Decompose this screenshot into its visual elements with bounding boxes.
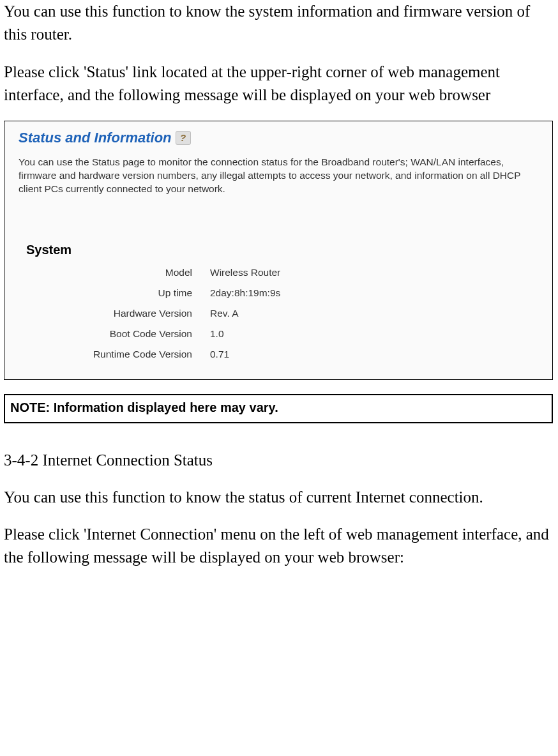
row-label: Model <box>19 266 210 280</box>
system-table: Model Wireless Router Up time 2day:8h:19… <box>19 266 541 368</box>
status-screenshot: Status and Information ? You can use the… <box>4 121 553 380</box>
row-value: Wireless Router <box>210 266 280 280</box>
row-value: Rev. A <box>210 306 239 321</box>
panel-title-text: Status and Information <box>19 128 172 148</box>
intro-paragraph-1: You can use this function to know the sy… <box>4 0 554 47</box>
row-value: 0.71 <box>210 347 229 361</box>
panel-title: Status and Information ? <box>19 128 541 148</box>
panel-description: You can use the Status page to monitor t… <box>19 156 541 196</box>
table-row: Hardware Version Rev. A <box>19 306 541 327</box>
row-value: 2day:8h:19m:9s <box>210 286 280 300</box>
table-row: Runtime Code Version 0.71 <box>19 347 541 368</box>
section-paragraph-1: You can use this function to know the st… <box>4 486 554 509</box>
section-heading: 3-4-2 Internet Connection Status <box>4 449 554 472</box>
row-label: Hardware Version <box>19 306 210 321</box>
table-row: Model Wireless Router <box>19 266 541 286</box>
row-value: 1.0 <box>210 327 224 341</box>
section-paragraph-2: Please click 'Internet Connection' menu … <box>4 523 554 570</box>
intro-paragraph-2: Please click 'Status' link located at th… <box>4 61 554 107</box>
row-label: Up time <box>19 286 210 300</box>
help-icon[interactable]: ? <box>176 131 191 145</box>
table-row: Boot Code Version 1.0 <box>19 327 541 347</box>
row-label: Runtime Code Version <box>19 347 210 361</box>
row-label: Boot Code Version <box>19 327 210 341</box>
system-heading: System <box>26 241 541 259</box>
note-box: NOTE: Information displayed here may var… <box>4 394 553 423</box>
table-row: Up time 2day:8h:19m:9s <box>19 286 541 306</box>
